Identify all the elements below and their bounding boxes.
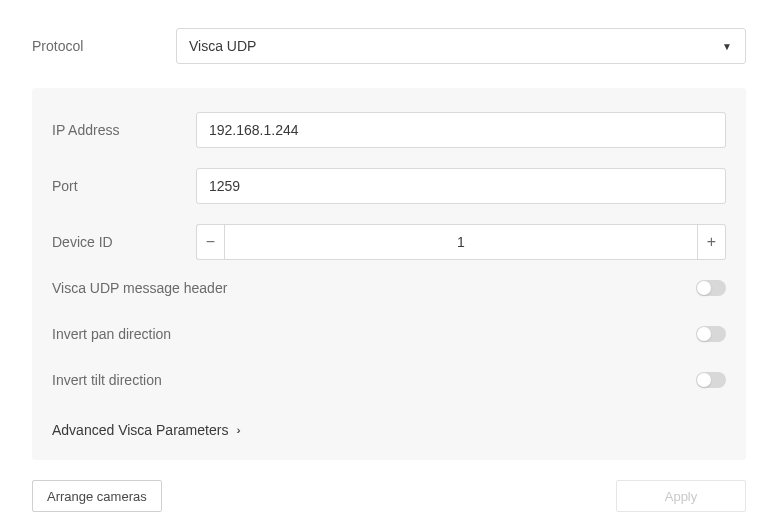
invert-pan-row: Invert pan direction <box>52 326 726 342</box>
visca-header-label: Visca UDP message header <box>52 280 227 296</box>
device-id-stepper: − + <box>196 224 726 260</box>
protocol-select[interactable]: Visca UDP <box>176 28 746 64</box>
footer-row: Arrange cameras Apply <box>32 480 746 512</box>
ip-address-label: IP Address <box>52 122 196 138</box>
protocol-label: Protocol <box>32 38 176 54</box>
settings-panel: IP Address Port Device ID − + Visca UDP … <box>32 88 746 460</box>
ip-address-input[interactable] <box>196 112 726 148</box>
port-row: Port <box>52 168 726 204</box>
protocol-row: Protocol Visca UDP ▼ <box>32 28 746 64</box>
visca-header-row: Visca UDP message header <box>52 280 726 296</box>
invert-pan-label: Invert pan direction <box>52 326 171 342</box>
device-id-decrement-button[interactable]: − <box>196 224 224 260</box>
visca-header-toggle[interactable] <box>696 280 726 296</box>
device-id-increment-button[interactable]: + <box>698 224 726 260</box>
chevron-right-double-icon: ›› <box>236 424 237 436</box>
toggle-knob-icon <box>697 327 711 341</box>
port-input[interactable] <box>196 168 726 204</box>
invert-tilt-row: Invert tilt direction <box>52 372 726 388</box>
device-id-value[interactable] <box>224 224 698 260</box>
device-id-label: Device ID <box>52 234 196 250</box>
advanced-visca-link[interactable]: Advanced Visca Parameters ›› <box>52 422 238 438</box>
invert-tilt-label: Invert tilt direction <box>52 372 162 388</box>
toggle-knob-icon <box>697 281 711 295</box>
apply-button[interactable]: Apply <box>616 480 746 512</box>
invert-tilt-toggle[interactable] <box>696 372 726 388</box>
invert-pan-toggle[interactable] <box>696 326 726 342</box>
device-id-row: Device ID − + <box>52 224 726 260</box>
protocol-select-wrapper: Visca UDP ▼ <box>176 28 746 64</box>
port-label: Port <box>52 178 196 194</box>
ip-address-row: IP Address <box>52 112 726 148</box>
advanced-visca-label: Advanced Visca Parameters <box>52 422 228 438</box>
toggle-knob-icon <box>697 373 711 387</box>
arrange-cameras-button[interactable]: Arrange cameras <box>32 480 162 512</box>
